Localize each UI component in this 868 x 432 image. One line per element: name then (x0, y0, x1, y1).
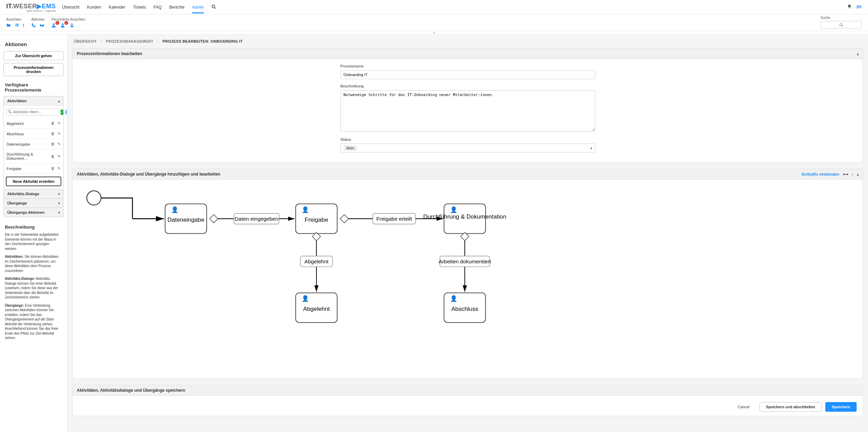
sidebar-desc-2: Aktivitäten: Sie können Aktivitäten im Z… (5, 254, 62, 273)
phone-icon[interactable] (31, 23, 36, 29)
filter-check-icon[interactable]: ✓ (61, 109, 63, 115)
svg-rect-5 (16, 25, 19, 25)
caret-down-icon (58, 192, 60, 196)
trash-icon[interactable]: 🗑 (51, 166, 55, 171)
nav-customers[interactable]: Kunden (87, 1, 101, 13)
process-name-label: Prozessname (341, 64, 595, 68)
filter-globe-icon[interactable]: 🌐 (65, 110, 67, 115)
svg-text:Durchführung & Dokumentation: Durchführung & Dokumentation (423, 213, 506, 220)
users2-icon[interactable]: 1 (61, 23, 66, 29)
nav-calendar[interactable]: Kalender (109, 1, 125, 13)
process-name-input[interactable] (341, 70, 595, 79)
trash-icon[interactable]: 🗑 (51, 121, 55, 126)
nav-overview[interactable]: Übersicht (62, 1, 80, 13)
users1-icon[interactable]: 1 (52, 23, 57, 29)
subnav-search-input[interactable] (820, 21, 862, 29)
svg-text:👤: 👤 (450, 206, 458, 213)
start-node[interactable] (87, 191, 101, 205)
save-button[interactable]: Speichern (825, 402, 857, 412)
top-nav-right: PF (847, 4, 862, 10)
subgroup-views: Ansichten ! (6, 18, 24, 29)
activities-filter-input[interactable] (6, 108, 59, 116)
panel-process-info-body: Prozessname Beschreibung Status Aktiv (73, 59, 863, 162)
trash-icon[interactable]: 🗑 (51, 131, 55, 136)
svg-text:Freigabe erteilt: Freigabe erteilt (376, 216, 412, 222)
acc-dialogs-head[interactable]: Aktivitäts-Dialoge (4, 189, 63, 198)
nav-reports[interactable]: Berichte (169, 1, 185, 13)
search-icon[interactable] (211, 4, 216, 10)
subnav-search: Suche (820, 16, 862, 29)
trash-icon[interactable]: 🗑 (51, 142, 55, 146)
folder-icon[interactable] (6, 23, 11, 29)
edit-icon[interactable]: ✎ (57, 166, 61, 171)
svg-point-9 (62, 23, 63, 25)
svg-text:Abgelehnt: Abgelehnt (304, 259, 329, 264)
nav-admin[interactable]: Admin (192, 1, 204, 13)
process-diagram-svg: 👤 Dateneingabe Daten eingegeben 👤 Freiga… (76, 183, 859, 367)
expand-height-icon[interactable]: ↕ (852, 172, 854, 176)
edit-icon[interactable]: ✎ (57, 131, 61, 136)
expand-width-icon[interactable]: ⟷ (843, 172, 848, 177)
btn-new-activity[interactable]: Neue Aktivität erstellen (6, 177, 61, 186)
activity-item[interactable]: Freigabe🗑✎ (5, 164, 62, 174)
list-icon[interactable] (14, 23, 19, 29)
brand-weser: WESER (13, 3, 37, 10)
acc-trans-actions-head[interactable]: Übergangs-Aktionen (4, 208, 63, 217)
cancel-button[interactable]: Cancel (731, 402, 756, 412)
avatar[interactable]: PF (857, 5, 862, 10)
svg-text:Arbeiten dokumentiert: Arbeiten dokumentiert (439, 259, 491, 264)
trash-icon[interactable]: 🗑 (51, 154, 55, 159)
acc-activities-body: 🔍 ✓ 🌐 Abgelehnt🗑✎ Abschluss🗑✎ Dateneinga… (4, 105, 63, 189)
diagram-canvas[interactable]: 👤 Dateneingabe Daten eingegeben 👤 Freiga… (73, 180, 863, 378)
bell-icon[interactable] (847, 4, 852, 10)
acc-trans-actions: Übergangs-Aktionen (3, 208, 64, 217)
crumb-overview[interactable]: ÜBERSICHT (74, 39, 97, 43)
svg-rect-2 (15, 24, 16, 24)
acc-transitions-head[interactable]: Übergänge (4, 199, 63, 208)
panel-save-title: Aktivitäten, Aktivitätsdialoge und Überg… (77, 388, 185, 393)
mail-icon[interactable] (40, 23, 44, 29)
svg-point-8 (53, 23, 54, 25)
caret-down-icon (58, 210, 60, 214)
svg-text:👤: 👤 (302, 206, 309, 213)
panel-collapse-icon[interactable] (857, 172, 859, 176)
panel-collapse-icon[interactable] (857, 51, 859, 56)
acc-activities-head[interactable]: Aktivitäten (4, 96, 63, 105)
process-status-select[interactable]: Aktiv (341, 144, 595, 152)
edit-icon[interactable]: ✎ (57, 121, 61, 126)
svg-rect-4 (15, 25, 16, 25)
crumb-processmgmt[interactable]: PROZESSMANAGEMENT (106, 39, 154, 43)
chevron-right-icon: › (157, 39, 159, 43)
save-close-button[interactable]: Speichern und abschließen (760, 402, 822, 412)
sidebar-desc-1: Die in der Seitenleiste aufgelisteten El… (5, 232, 62, 251)
svg-text:Abgelehnt: Abgelehnt (303, 305, 330, 312)
activity-item[interactable]: Abschluss🗑✎ (5, 129, 62, 139)
process-status-label: Status (341, 137, 595, 141)
brand-logo: IT.WESER▶EMS open source · regional (6, 2, 56, 12)
svg-text:👤: 👤 (302, 295, 309, 302)
subgroup-actions-label: Aktionen (31, 18, 45, 21)
sidebar-desc-title: Beschreibung (5, 224, 62, 230)
activity-item[interactable]: Dateneingabe🗑✎ (5, 139, 62, 149)
diamond-icon (340, 214, 348, 223)
users1-badge: 1 (55, 21, 59, 25)
activity-item[interactable]: Abgelehnt🗑✎ (5, 118, 62, 129)
nav-faq[interactable]: FAQ (154, 1, 162, 13)
sidebar-actions-title: Aktionen (5, 41, 62, 47)
user3-icon[interactable] (70, 23, 74, 29)
activity-item[interactable]: Durchführung & Dokument…🗑✎ (5, 149, 62, 164)
nav-tickets[interactable]: Tickets (133, 1, 146, 13)
entityids-link[interactable]: EntityIDs einblenden (802, 172, 839, 176)
btn-print-info[interactable]: Prozessinformationen drucken (3, 63, 64, 76)
btn-goto-overview[interactable]: Zur Übersicht gehen (3, 51, 64, 60)
panel-diagram-title: Aktivitäten, Aktivitäts-Dialoge und Über… (77, 172, 220, 177)
activity-label: Abschluss (7, 132, 24, 136)
process-desc-input[interactable] (341, 90, 595, 131)
exclaim-icon[interactable]: ! (23, 23, 24, 29)
edit-icon[interactable]: ✎ (57, 154, 61, 159)
collapse-handle[interactable]: ▴ (0, 31, 868, 34)
breadcrumb: ÜBERSICHT › PROZESSMANAGEMENT › PROZESS … (67, 34, 868, 48)
status-chip: Aktiv (344, 145, 357, 151)
edit-icon[interactable]: ✎ (57, 142, 61, 146)
subnav-search-label: Suche (820, 16, 862, 20)
